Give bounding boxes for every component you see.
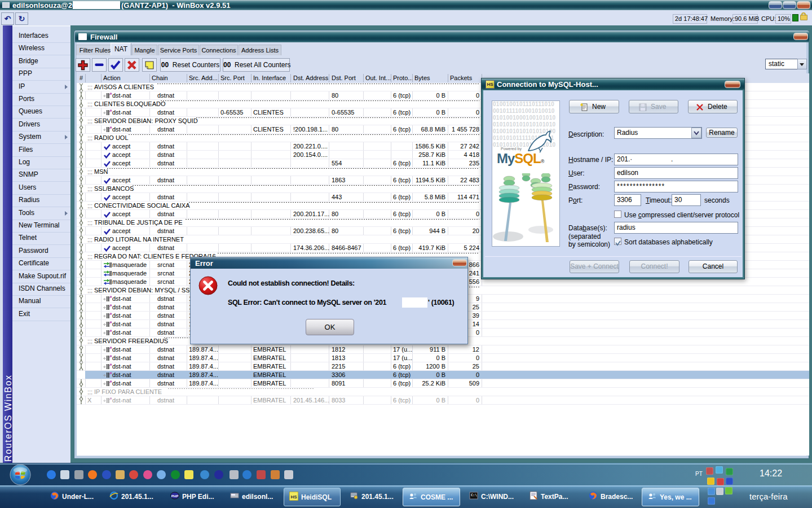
svg-text:C:\: C:\ <box>471 493 477 497</box>
svg-text:PHP: PHP <box>171 494 178 498</box>
svg-text:HS: HS <box>290 494 297 500</box>
